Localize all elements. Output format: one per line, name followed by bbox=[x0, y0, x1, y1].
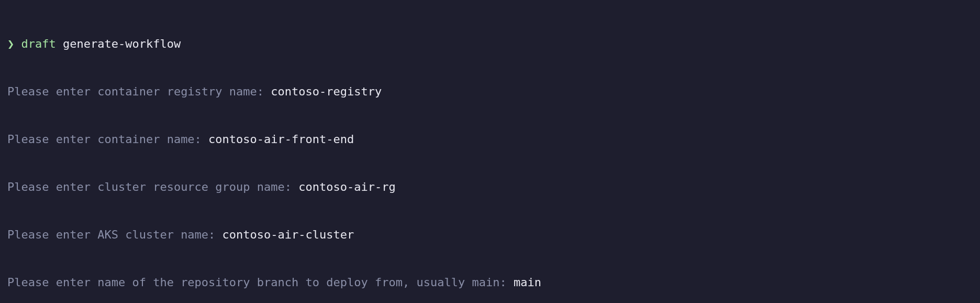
terminal-output[interactable]: ❯ draft generate-workflow Please enter c… bbox=[0, 0, 980, 303]
input-value: main bbox=[514, 276, 541, 289]
input-value: contoso-air-front-end bbox=[208, 133, 354, 146]
prompt-char: ❯ bbox=[7, 37, 14, 50]
output-line: Please enter cluster resource group name… bbox=[7, 179, 973, 195]
output-line: Please enter container name: contoso-air… bbox=[7, 132, 973, 147]
output-line: Please enter AKS cluster name: contoso-a… bbox=[7, 227, 973, 243]
input-value: contoso-air-cluster bbox=[222, 228, 354, 241]
command-line: ❯ draft generate-workflow bbox=[7, 36, 973, 52]
input-value: contoso-registry bbox=[271, 85, 382, 98]
input-value: contoso-air-rg bbox=[298, 180, 395, 193]
prompt-text: Please enter AKS cluster name: bbox=[7, 228, 222, 241]
output-line: Please enter container registry name: co… bbox=[7, 84, 973, 100]
command-prefix: draft bbox=[21, 37, 56, 50]
command-rest: generate-workflow bbox=[56, 37, 181, 50]
prompt-text: Please enter name of the repository bran… bbox=[7, 276, 514, 289]
output-line: Please enter name of the repository bran… bbox=[7, 275, 973, 290]
prompt-text: Please enter container name: bbox=[7, 133, 208, 146]
prompt-text: Please enter container registry name: bbox=[7, 85, 271, 98]
prompt-text: Please enter cluster resource group name… bbox=[7, 180, 298, 193]
